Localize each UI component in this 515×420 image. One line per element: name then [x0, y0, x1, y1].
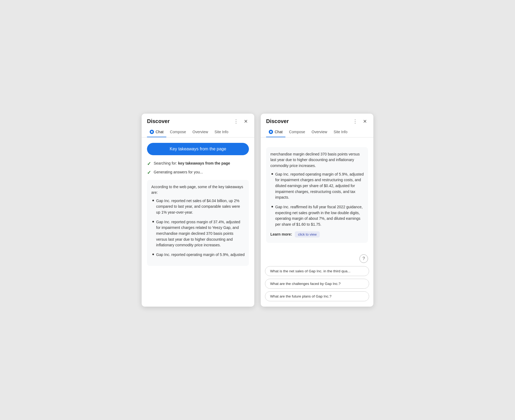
right-panel-header: Discover ⋮ ✕	[261, 114, 373, 125]
suggestion-button-2[interactable]: What are the challenges faced by Gap Inc…	[265, 279, 369, 289]
status-generating-text: Generating answers for you...	[154, 169, 203, 175]
question-icon-area: ?	[261, 252, 373, 264]
question-mark-icon: ?	[363, 256, 365, 261]
help-button[interactable]: ?	[359, 254, 368, 263]
right-close-button[interactable]: ✕	[362, 118, 368, 125]
response-box-left: According to the web page, some of the k…	[147, 180, 249, 266]
tab-compose-right[interactable]: Compose	[286, 128, 308, 137]
chat-tab-icon-right	[269, 130, 273, 134]
tab-chat-label-right: Chat	[275, 130, 283, 134]
bullet-text-1: Gap Inc. reported net sales of $4.04 bil…	[156, 198, 245, 215]
click-to-view-button[interactable]: click to view	[295, 231, 320, 237]
key-takeaways-button[interactable]: Key takeaways from the page	[147, 143, 249, 155]
tab-compose-left[interactable]: Compose	[167, 128, 189, 137]
close-button[interactable]: ✕	[243, 118, 249, 125]
learn-more-row: Learn more: click to view	[270, 231, 364, 237]
left-panel: Discover ⋮ ✕ Chat Compose Overview Site …	[142, 114, 254, 307]
tab-chat-left[interactable]: Chat	[147, 128, 166, 137]
right-panel-header-icons: ⋮ ✕	[352, 118, 368, 125]
tab-overview-right[interactable]: Overview	[309, 128, 330, 137]
right-bullet-item-1: Gap Inc. reported operating margin of 5.…	[271, 172, 364, 200]
check-icon-2: ✓	[147, 170, 151, 176]
suggestions-area: What is the net sales of Gap Inc. in the…	[261, 264, 373, 307]
tab-overview-label-left: Overview	[193, 130, 208, 134]
status-generating: ✓ Generating answers for you...	[147, 169, 249, 176]
status-searching-text: Searching for: key takeaways from the pa…	[154, 161, 230, 166]
right-bullet-text-1: Gap Inc. reported operating margin of 5.…	[275, 172, 364, 200]
tab-chat-right[interactable]: Chat	[266, 128, 285, 137]
right-bullet-text-2: Gap Inc. reaffirmed its full year fiscal…	[275, 204, 364, 228]
left-panel-title: Discover	[147, 118, 170, 124]
bullet-dot-2	[152, 221, 154, 222]
tab-compose-label-right: Compose	[289, 130, 305, 134]
tab-compose-label-left: Compose	[170, 130, 186, 134]
response-intro-left: According to the web page, some of the k…	[151, 184, 245, 195]
right-bullet-item-2: Gap Inc. reaffirmed its full year fiscal…	[271, 204, 364, 228]
bullet-item-1: Gap Inc. reported net sales of $4.04 bil…	[152, 198, 245, 215]
bullet-item-2: Gap Inc. reported gross margin of 37.4%,…	[152, 219, 245, 248]
right-panel-title: Discover	[266, 118, 289, 124]
right-more-options-button[interactable]: ⋮	[352, 118, 359, 125]
bullet-dot-3	[152, 254, 154, 255]
right-panel: Discover ⋮ ✕ Chat Compose Overview Site …	[261, 114, 373, 307]
left-panel-body: Key takeaways from the page ✓ Searching …	[142, 137, 254, 307]
bullet-item-3: Gap Inc. reported operating margin of 5.…	[152, 252, 245, 258]
suggestion-button-1[interactable]: What is the net sales of Gap Inc. in the…	[265, 266, 369, 276]
more-options-button[interactable]: ⋮	[233, 118, 240, 125]
bullet-text-3: Gap Inc. reported operating margin of 5.…	[156, 252, 245, 258]
search-query: key takeaways from the page	[178, 161, 230, 165]
tab-siteinfo-label-left: Site Info	[215, 130, 228, 134]
learn-more-label: Learn more:	[270, 232, 292, 236]
status-searching: ✓ Searching for: key takeaways from the …	[147, 161, 249, 167]
scrolled-text-top: merchandise margin declined 370 basis po…	[270, 151, 364, 169]
right-panel-tabs: Chat Compose Overview Site Info	[261, 125, 373, 137]
bullet-list-right: Gap Inc. reported operating margin of 5.…	[270, 172, 364, 228]
left-panel-tabs: Chat Compose Overview Site Info	[142, 125, 254, 137]
left-panel-header: Discover ⋮ ✕	[142, 114, 254, 125]
tab-siteinfo-right[interactable]: Site Info	[331, 128, 350, 137]
right-bullet-dot-2	[271, 206, 273, 207]
tab-siteinfo-label-right: Site Info	[334, 130, 347, 134]
tab-chat-label-left: Chat	[156, 130, 164, 134]
tab-siteinfo-left[interactable]: Site Info	[212, 128, 231, 137]
right-bullet-dot-1	[271, 173, 273, 175]
tab-overview-left[interactable]: Overview	[190, 128, 211, 137]
bullet-text-2: Gap Inc. reported gross margin of 37.4%,…	[156, 219, 245, 248]
left-panel-header-icons: ⋮ ✕	[233, 118, 249, 125]
tab-overview-label-right: Overview	[312, 130, 327, 134]
response-box-right: merchandise margin declined 370 basis po…	[266, 147, 368, 243]
right-panel-body: merchandise margin declined 370 basis po…	[261, 137, 373, 252]
chat-tab-icon	[150, 130, 154, 134]
suggestion-button-3[interactable]: What are the future plans of Gap Inc.?	[265, 291, 369, 301]
bullet-list-left: Gap Inc. reported net sales of $4.04 bil…	[151, 198, 245, 258]
check-icon-1: ✓	[147, 161, 151, 167]
bullet-dot-1	[152, 200, 154, 201]
